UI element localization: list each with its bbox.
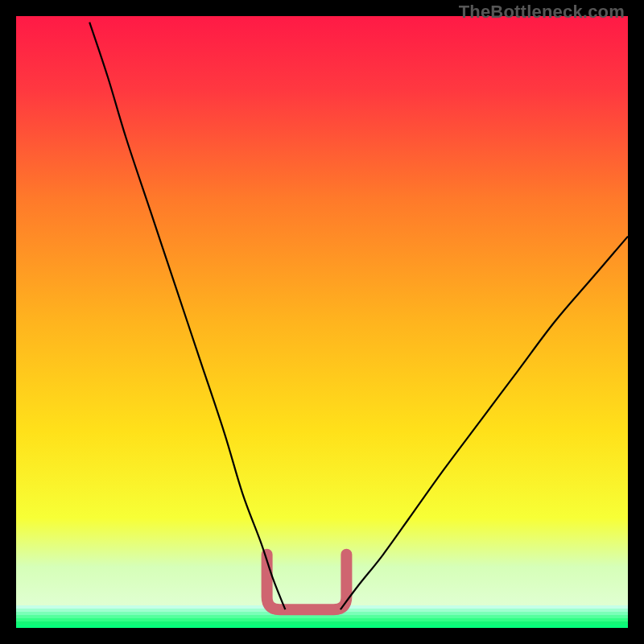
watermark-text: TheBottleneck.com <box>459 2 625 23</box>
chart-frame: TheBottleneck.com <box>0 0 644 644</box>
gradient-background <box>16 16 628 628</box>
bottleneck-chart <box>16 16 628 628</box>
